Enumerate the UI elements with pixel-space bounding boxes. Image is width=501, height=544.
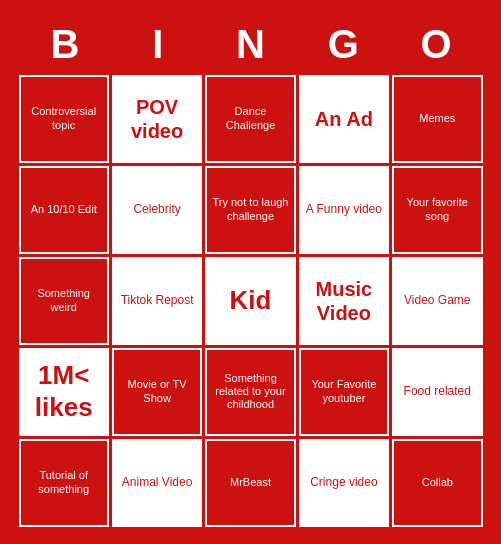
cell-text-14: Video Game bbox=[404, 293, 471, 307]
letter-b: B bbox=[19, 18, 112, 71]
bingo-cell-2[interactable]: Dance Challenge bbox=[205, 75, 295, 163]
cell-text-4: Memes bbox=[419, 112, 455, 125]
cell-text-22: MrBeast bbox=[230, 476, 271, 489]
bingo-cell-7[interactable]: Try not to laugh challenge bbox=[205, 166, 295, 254]
cell-text-10: Something weird bbox=[25, 287, 103, 313]
cell-text-18: Your Favorite youtuber bbox=[305, 378, 383, 404]
bingo-cell-15[interactable]: 1M< likes bbox=[19, 348, 109, 436]
cell-text-13: Music Video bbox=[305, 277, 383, 325]
bingo-cell-16[interactable]: Movie or TV Show bbox=[112, 348, 202, 436]
bingo-cell-21[interactable]: Animal Video bbox=[112, 439, 202, 527]
bingo-cell-10[interactable]: Something weird bbox=[19, 257, 109, 345]
bingo-cell-6[interactable]: Celebrity bbox=[112, 166, 202, 254]
letter-n: N bbox=[204, 18, 297, 71]
bingo-cell-12[interactable]: Kid bbox=[205, 257, 295, 345]
bingo-cell-18[interactable]: Your Favorite youtuber bbox=[299, 348, 389, 436]
bingo-cell-19[interactable]: Food related bbox=[392, 348, 482, 436]
bingo-cell-8[interactable]: A Funny video bbox=[299, 166, 389, 254]
cell-text-1: POV video bbox=[118, 95, 196, 143]
letter-i: I bbox=[111, 18, 204, 71]
bingo-cell-1[interactable]: POV video bbox=[112, 75, 202, 163]
cell-text-24: Collab bbox=[422, 476, 453, 489]
cell-text-9: Your favorite song bbox=[398, 196, 476, 222]
bingo-cell-5[interactable]: An 10/10 Edit bbox=[19, 166, 109, 254]
cell-text-23: Cringe video bbox=[310, 475, 377, 489]
bingo-cell-22[interactable]: MrBeast bbox=[205, 439, 295, 527]
letter-g: G bbox=[297, 18, 390, 71]
cell-text-7: Try not to laugh challenge bbox=[211, 196, 289, 222]
cell-text-20: Tutorial of something bbox=[25, 469, 103, 495]
cell-text-8: A Funny video bbox=[306, 202, 382, 216]
cell-text-21: Animal Video bbox=[122, 475, 193, 489]
cell-text-17: Something related to your childhood bbox=[211, 372, 289, 412]
bingo-cell-9[interactable]: Your favorite song bbox=[392, 166, 482, 254]
bingo-cell-4[interactable]: Memes bbox=[392, 75, 482, 163]
cell-text-3: An Ad bbox=[315, 107, 373, 131]
bingo-cell-3[interactable]: An Ad bbox=[299, 75, 389, 163]
cell-text-12: Kid bbox=[230, 285, 272, 316]
cell-text-15: 1M< likes bbox=[25, 360, 103, 422]
bingo-header: B I N G O bbox=[19, 18, 483, 71]
cell-text-5: An 10/10 Edit bbox=[31, 203, 97, 216]
bingo-cell-20[interactable]: Tutorial of something bbox=[19, 439, 109, 527]
cell-text-2: Dance Challenge bbox=[211, 105, 289, 131]
bingo-cell-17[interactable]: Something related to your childhood bbox=[205, 348, 295, 436]
letter-o: O bbox=[390, 18, 483, 71]
bingo-cell-24[interactable]: Collab bbox=[392, 439, 482, 527]
cell-text-0: Controversial topic bbox=[25, 105, 103, 131]
cell-text-11: Tiktok Repost bbox=[121, 293, 194, 307]
bingo-card: B I N G O Controversial topicPOV videoDa… bbox=[11, 10, 491, 535]
bingo-cell-0[interactable]: Controversial topic bbox=[19, 75, 109, 163]
bingo-grid: Controversial topicPOV videoDance Challe… bbox=[19, 75, 483, 527]
cell-text-6: Celebrity bbox=[133, 202, 180, 216]
cell-text-19: Food related bbox=[404, 384, 471, 398]
bingo-cell-14[interactable]: Video Game bbox=[392, 257, 482, 345]
cell-text-16: Movie or TV Show bbox=[118, 378, 196, 404]
bingo-cell-23[interactable]: Cringe video bbox=[299, 439, 389, 527]
bingo-cell-11[interactable]: Tiktok Repost bbox=[112, 257, 202, 345]
bingo-cell-13[interactable]: Music Video bbox=[299, 257, 389, 345]
